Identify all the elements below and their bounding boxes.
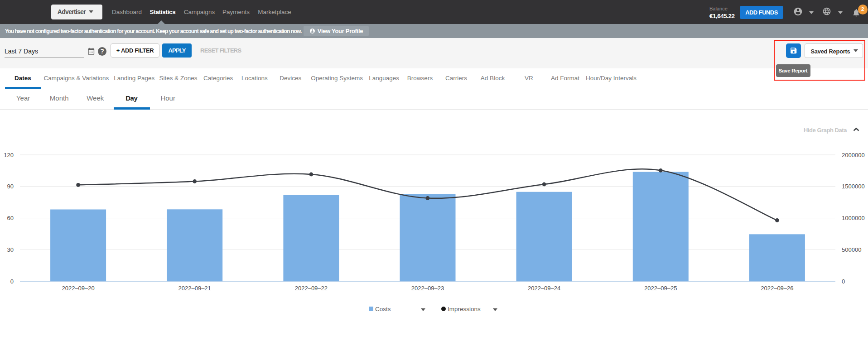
svg-text:30: 30 [7,246,14,253]
svg-text:0: 0 [842,278,845,285]
svg-text:1500000: 1500000 [842,183,865,190]
svg-text:2022–09–21: 2022–09–21 [178,285,211,292]
svg-text:500000: 500000 [842,246,861,253]
svg-text:2000000: 2000000 [842,152,865,158]
svg-text:2022–09–23: 2022–09–23 [411,285,444,292]
svg-text:1000000: 1000000 [842,215,865,221]
svg-text:2022–09–25: 2022–09–25 [644,285,677,292]
svg-text:120: 120 [4,152,14,158]
svg-text:2022–09–24: 2022–09–24 [528,285,560,292]
svg-text:2022–09–20: 2022–09–20 [62,285,94,292]
svg-text:0: 0 [10,278,14,285]
svg-text:2022–09–26: 2022–09–26 [761,285,793,292]
svg-text:2022–09–22: 2022–09–22 [295,285,328,292]
svg-text:60: 60 [7,215,14,221]
svg-text:90: 90 [7,183,14,190]
